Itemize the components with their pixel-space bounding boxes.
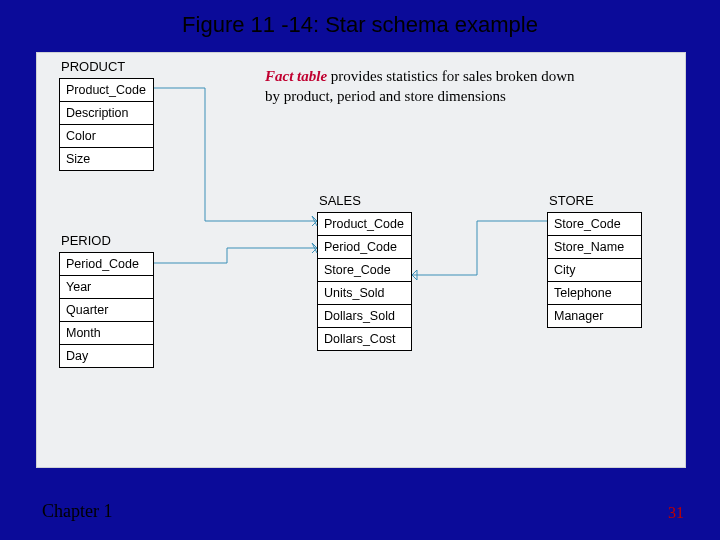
footer-chapter: Chapter 1 xyxy=(42,501,112,522)
entity-name: PRODUCT xyxy=(59,57,154,78)
column: Telephone xyxy=(547,281,642,305)
column: Manager xyxy=(547,304,642,328)
column: Size xyxy=(59,147,154,171)
column: Quarter xyxy=(59,298,154,322)
column: Description xyxy=(59,101,154,125)
annotation-emph: Fact table xyxy=(265,68,327,84)
entity-store: STORE Store_Code Store_Name City Telepho… xyxy=(547,191,642,328)
column: Product_Code xyxy=(317,212,412,236)
column: Month xyxy=(59,321,154,345)
entity-name: SALES xyxy=(317,191,412,212)
column: Year xyxy=(59,275,154,299)
diagram-canvas: PRODUCT Product_Code Description Color S… xyxy=(36,52,686,468)
figure-title: Figure 11 -14: Star schema example xyxy=(0,12,720,38)
column: City xyxy=(547,258,642,282)
column: Period_Code xyxy=(59,252,154,276)
column: Store_Code xyxy=(547,212,642,236)
column: Store_Code xyxy=(317,258,412,282)
column: Dollars_Cost xyxy=(317,327,412,351)
column: Product_Code xyxy=(59,78,154,102)
column: Day xyxy=(59,344,154,368)
entity-name: STORE xyxy=(547,191,642,212)
column: Dollars_Sold xyxy=(317,304,412,328)
column: Store_Name xyxy=(547,235,642,259)
annotation: Fact table provides statistics for sales… xyxy=(265,67,585,106)
entity-product: PRODUCT Product_Code Description Color S… xyxy=(59,57,154,171)
entity-sales: SALES Product_Code Period_Code Store_Cod… xyxy=(317,191,412,351)
column: Color xyxy=(59,124,154,148)
column: Period_Code xyxy=(317,235,412,259)
entity-name: PERIOD xyxy=(59,231,154,252)
column: Units_Sold xyxy=(317,281,412,305)
footer-page-number: 31 xyxy=(668,504,684,522)
slide: Figure 11 -14: Star schema example PRODU… xyxy=(0,0,720,540)
entity-period: PERIOD Period_Code Year Quarter Month Da… xyxy=(59,231,154,368)
